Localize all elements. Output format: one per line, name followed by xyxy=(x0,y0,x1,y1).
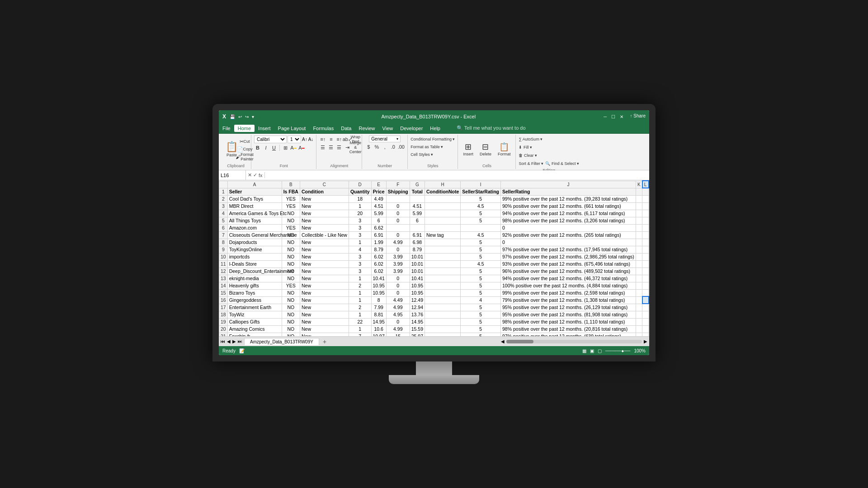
table-cell[interactable] xyxy=(642,188,649,195)
table-cell[interactable]: 8.79 xyxy=(410,246,425,253)
table-cell[interactable]: 3.99 xyxy=(386,253,410,260)
table-cell[interactable]: America Games & Toys Etc xyxy=(227,210,282,217)
table-cell[interactable]: Total xyxy=(410,188,425,195)
table-cell[interactable] xyxy=(649,282,649,289)
percent-button[interactable]: % xyxy=(373,143,380,150)
find-select-button[interactable]: 🔍 Find & Select ▾ xyxy=(545,160,579,167)
format-painter-button[interactable]: 🖌 Format Painter xyxy=(241,153,248,160)
table-cell[interactable]: 15.59 xyxy=(410,325,425,333)
table-cell[interactable] xyxy=(642,318,649,325)
insert-function-button[interactable]: fx xyxy=(259,173,263,178)
format-button[interactable]: 📋 Format xyxy=(495,141,513,158)
font-size-select[interactable]: 11 xyxy=(288,136,301,143)
table-cell[interactable]: 0 xyxy=(386,318,410,325)
align-left-button[interactable]: ☰ xyxy=(319,144,326,151)
table-cell[interactable] xyxy=(649,253,649,260)
view-preview-button[interactable]: ▢ xyxy=(598,348,602,353)
table-cell[interactable]: SellerRating xyxy=(501,188,636,195)
table-cell[interactable] xyxy=(649,267,649,275)
col-header-g[interactable]: G xyxy=(410,181,425,188)
delete-button[interactable]: ⊟ Delete xyxy=(477,141,494,158)
table-cell[interactable]: 10.41 xyxy=(371,275,386,282)
row-number[interactable]: 14 xyxy=(219,282,228,289)
table-cell[interactable]: 6.91 xyxy=(410,231,425,239)
table-cell[interactable]: Dojaproducts xyxy=(227,239,282,246)
table-cell[interactable] xyxy=(642,217,649,224)
row-number[interactable]: 16 xyxy=(219,296,228,304)
table-cell[interactable]: 95% positive over the past 12 months. (8… xyxy=(501,311,636,318)
table-cell[interactable] xyxy=(642,253,649,260)
table-cell[interactable] xyxy=(649,318,649,325)
table-cell[interactable]: 6 xyxy=(371,217,386,224)
row-number[interactable]: 17 xyxy=(219,304,228,311)
undo-button[interactable]: ↩ xyxy=(237,114,243,119)
table-cell[interactable]: New xyxy=(300,325,349,333)
col-header-c[interactable]: C xyxy=(300,181,349,188)
table-cell[interactable]: 4.51 xyxy=(371,202,386,210)
table-cell[interactable] xyxy=(636,325,642,333)
table-cell[interactable]: 22 xyxy=(349,318,371,325)
table-cell[interactable] xyxy=(649,202,649,210)
redo-button[interactable]: ↪ xyxy=(244,114,250,119)
table-cell[interactable] xyxy=(636,296,642,304)
table-cell[interactable] xyxy=(649,231,649,239)
table-cell[interactable] xyxy=(636,217,642,224)
table-cell[interactable]: 8 xyxy=(371,296,386,304)
cell-reference-box[interactable]: L16 xyxy=(219,170,246,180)
table-cell[interactable]: New tag xyxy=(425,231,461,239)
table-cell[interactable] xyxy=(425,289,461,296)
menu-help[interactable]: Help xyxy=(426,125,444,132)
table-cell[interactable] xyxy=(649,246,649,253)
table-cell[interactable] xyxy=(425,224,461,231)
table-cell[interactable]: NO xyxy=(282,239,300,246)
table-cell[interactable]: New xyxy=(300,195,349,202)
table-cell[interactable]: 98% positive over the past 12 months. (2… xyxy=(501,325,636,333)
sheet-table-wrapper[interactable]: A B C D E F G H I J K L xyxy=(219,180,649,336)
table-cell[interactable]: 3 xyxy=(349,224,371,231)
table-cell[interactable] xyxy=(642,296,649,304)
font-name-select[interactable]: Calibri xyxy=(254,136,287,143)
row-number[interactable]: 20 xyxy=(219,325,228,333)
table-cell[interactable]: New xyxy=(300,224,349,231)
table-cell[interactable]: 3 xyxy=(349,260,371,267)
table-cell[interactable]: 1 xyxy=(349,325,371,333)
table-cell[interactable]: 4 xyxy=(349,246,371,253)
row-number[interactable]: 3 xyxy=(219,202,228,210)
table-cell[interactable] xyxy=(425,304,461,311)
table-cell[interactable]: 4.99 xyxy=(386,325,410,333)
table-cell[interactable]: 5 xyxy=(461,246,501,253)
table-cell[interactable]: 10.97 xyxy=(371,333,386,336)
table-cell[interactable] xyxy=(636,282,642,289)
table-cell[interactable] xyxy=(410,195,425,202)
horizontal-scrollbar[interactable] xyxy=(506,340,642,343)
table-cell[interactable]: 5 xyxy=(461,239,501,246)
autosum-button[interactable]: ∑ AutoSum ▾ xyxy=(519,136,542,143)
table-cell[interactable]: 5 xyxy=(461,304,501,311)
table-cell[interactable]: 3.99 xyxy=(386,267,410,275)
table-cell[interactable] xyxy=(642,210,649,217)
decrease-decimal-button[interactable]: .0 xyxy=(389,143,396,150)
row-number[interactable]: 1 xyxy=(219,188,228,195)
table-cell[interactable]: Is FBA xyxy=(282,188,300,195)
table-cell[interactable]: 100% positive over the past 12 months. (… xyxy=(501,282,636,289)
table-cell[interactable] xyxy=(642,275,649,282)
tab-nav-next[interactable]: ▶ xyxy=(232,339,236,344)
table-cell[interactable]: 6.02 xyxy=(371,260,386,267)
table-cell[interactable]: 4.49 xyxy=(371,195,386,202)
align-top-center-button[interactable]: ≡ xyxy=(327,136,335,143)
menu-view[interactable]: View xyxy=(379,125,397,132)
table-cell[interactable]: New xyxy=(300,318,349,325)
table-cell[interactable]: 7.99 xyxy=(371,304,386,311)
table-cell[interactable] xyxy=(425,246,461,253)
col-header-j[interactable]: J xyxy=(501,181,636,188)
table-cell[interactable]: All Things Toys xyxy=(227,217,282,224)
table-cell[interactable] xyxy=(649,224,649,231)
table-cell[interactable]: 4.95 xyxy=(386,311,410,318)
table-cell[interactable]: YES xyxy=(282,202,300,210)
table-cell[interactable] xyxy=(461,224,501,231)
table-cell[interactable]: Entertainment Earth xyxy=(227,304,282,311)
table-cell[interactable]: 0 xyxy=(501,224,636,231)
table-cell[interactable]: 90% positive over the past 12 months. (6… xyxy=(501,202,636,210)
row-number[interactable]: 5 xyxy=(219,217,228,224)
table-cell[interactable] xyxy=(425,267,461,275)
